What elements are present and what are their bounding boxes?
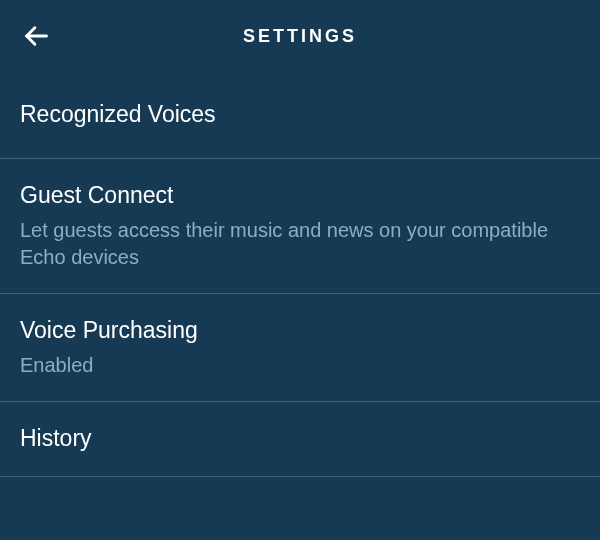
list-item-title: Recognized Voices xyxy=(20,100,580,130)
list-item-title: Guest Connect xyxy=(20,181,580,211)
header: SETTINGS xyxy=(0,0,600,72)
list-item-voice-purchasing[interactable]: Voice Purchasing Enabled xyxy=(0,294,600,402)
list-item-subtitle: Let guests access their music and news o… xyxy=(20,217,580,271)
list-item-title: History xyxy=(20,424,580,454)
list-item-subtitle: Enabled xyxy=(20,352,580,379)
list-item-recognized-voices[interactable]: Recognized Voices xyxy=(0,72,600,159)
list-item-guest-connect[interactable]: Guest Connect Let guests access their mu… xyxy=(0,159,600,294)
settings-list: Recognized Voices Guest Connect Let gues… xyxy=(0,72,600,477)
page-title: SETTINGS xyxy=(20,26,580,47)
arrow-left-icon xyxy=(22,22,50,50)
list-item-history[interactable]: History xyxy=(0,402,600,477)
list-item-title: Voice Purchasing xyxy=(20,316,580,346)
back-button[interactable] xyxy=(16,16,56,56)
